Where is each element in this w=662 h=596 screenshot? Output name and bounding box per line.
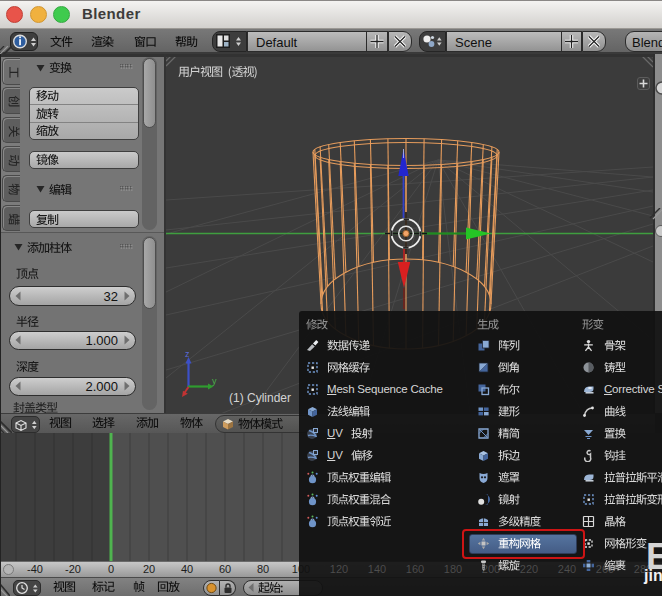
- svg-text:z: z: [185, 349, 190, 359]
- svg-text:y: y: [212, 376, 217, 386]
